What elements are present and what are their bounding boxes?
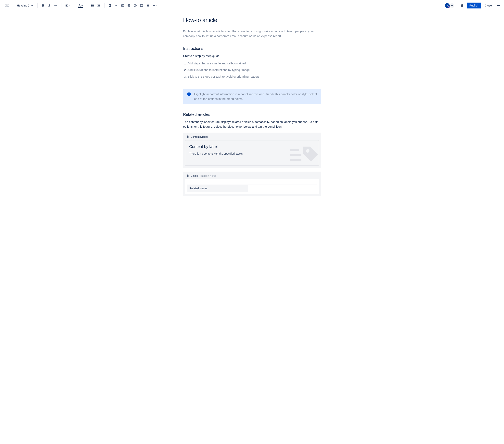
- emoji-button[interactable]: [132, 2, 138, 9]
- separator: [61, 3, 61, 8]
- restrictions-button[interactable]: [459, 2, 465, 9]
- info-panel-text[interactable]: Highlight important information in a pan…: [194, 92, 318, 101]
- info-panel[interactable]: Highlight important information in a pan…: [183, 89, 321, 104]
- avatar-badge: C: [448, 6, 450, 9]
- numbered-list-button[interactable]: 123: [96, 2, 102, 9]
- table-cell-value[interactable]: [248, 185, 317, 192]
- avatar-user[interactable]: CK C: [445, 3, 450, 8]
- chevron-down-icon: [31, 4, 33, 6]
- table-cell-header[interactable]: Related issues: [187, 185, 248, 192]
- svg-point-28: [135, 5, 136, 5]
- related-description[interactable]: The content by label feature displays re…: [183, 120, 321, 129]
- label-decoration-icon: [290, 143, 318, 165]
- svg-point-11: [91, 6, 92, 6]
- document-icon: [186, 174, 189, 177]
- svg-point-43: [499, 5, 500, 6]
- macro-name: Details: [191, 174, 198, 177]
- svg-point-42: [498, 5, 499, 6]
- align-dropdown[interactable]: [64, 2, 72, 9]
- macro-body[interactable]: Related issues: [185, 179, 319, 194]
- svg-point-5: [56, 5, 57, 6]
- macro-meta: | hidden = true: [200, 174, 216, 177]
- svg-point-10: [91, 5, 92, 6]
- svg-rect-49: [290, 159, 301, 161]
- mention-button[interactable]: [126, 2, 132, 9]
- text-color-dropdown[interactable]: [77, 2, 85, 9]
- macro-header: Details | hidden = true: [185, 174, 319, 179]
- confluence-logo-icon: [4, 3, 9, 8]
- insert-dropdown[interactable]: [151, 2, 159, 9]
- details-macro[interactable]: Details | hidden = true Related issues: [183, 172, 321, 196]
- svg-rect-35: [148, 4, 149, 6]
- svg-point-41: [497, 5, 498, 6]
- text-style-label: Heading 2: [17, 4, 30, 7]
- more-actions-button[interactable]: [495, 2, 502, 9]
- macro-header: Contentbylabel: [185, 134, 319, 140]
- collaborator-avatars: CK C: [445, 3, 455, 8]
- separator: [37, 3, 38, 8]
- list-item[interactable]: Add steps that are simple and self-conta…: [187, 61, 321, 66]
- svg-rect-46: [189, 94, 189, 95]
- separator: [104, 3, 105, 8]
- table-row: Related issues: [187, 185, 317, 192]
- svg-point-26: [134, 4, 136, 7]
- macro-name: Contentbylabel: [191, 135, 208, 138]
- image-button[interactable]: [120, 2, 126, 9]
- macro-body[interactable]: Content by label There is no content wit…: [185, 140, 319, 166]
- instructions-list[interactable]: Add steps that are simple and self-conta…: [187, 61, 321, 79]
- bullet-list-button[interactable]: [89, 2, 96, 9]
- separator: [74, 3, 74, 8]
- layouts-button[interactable]: [145, 2, 151, 9]
- instructions-lead[interactable]: Create a step-by-step guide:: [183, 54, 321, 58]
- list-item[interactable]: Add illustrations to instructions by typ…: [187, 68, 321, 72]
- content-by-label-macro[interactable]: Contentbylabel Content by label There is…: [183, 132, 321, 168]
- svg-rect-40: [461, 5, 463, 7]
- document-icon: [186, 135, 189, 138]
- list-item[interactable]: Stick to 3-5 steps per task to avoid ove…: [187, 74, 321, 79]
- svg-text:3: 3: [97, 6, 98, 7]
- page-title[interactable]: How-to article: [183, 17, 321, 23]
- svg-point-4: [55, 5, 56, 6]
- bold-button[interactable]: [40, 2, 46, 9]
- svg-point-9: [91, 4, 92, 5]
- table-button[interactable]: [138, 2, 145, 9]
- editor-content[interactable]: How-to article Explain what this how-to …: [179, 11, 325, 208]
- svg-rect-48: [290, 154, 301, 156]
- svg-rect-34: [147, 4, 148, 6]
- instructions-heading[interactable]: Instructions: [183, 46, 321, 51]
- separator: [87, 3, 87, 8]
- publish-button[interactable]: Publish: [467, 2, 481, 8]
- related-heading[interactable]: Related articles: [183, 112, 321, 117]
- more-formatting-button[interactable]: [53, 2, 59, 9]
- italic-button[interactable]: [46, 2, 53, 9]
- svg-rect-29: [140, 4, 143, 6]
- svg-point-23: [122, 5, 123, 5]
- action-item-button[interactable]: [107, 2, 113, 9]
- info-icon: [187, 92, 191, 96]
- text-style-dropdown[interactable]: Heading 2: [15, 3, 35, 8]
- editor-toolbar: Heading 2 123: [0, 0, 504, 11]
- link-button[interactable]: [113, 2, 120, 9]
- intro-paragraph[interactable]: Explain what this how-to article is for.…: [183, 29, 321, 38]
- details-table[interactable]: Related issues: [187, 185, 317, 192]
- svg-point-45: [189, 93, 189, 93]
- close-button[interactable]: Close: [483, 2, 494, 8]
- svg-point-3: [54, 5, 55, 6]
- svg-point-27: [135, 5, 135, 5]
- svg-point-50: [306, 149, 309, 153]
- svg-line-2: [49, 4, 50, 7]
- svg-rect-47: [290, 149, 299, 151]
